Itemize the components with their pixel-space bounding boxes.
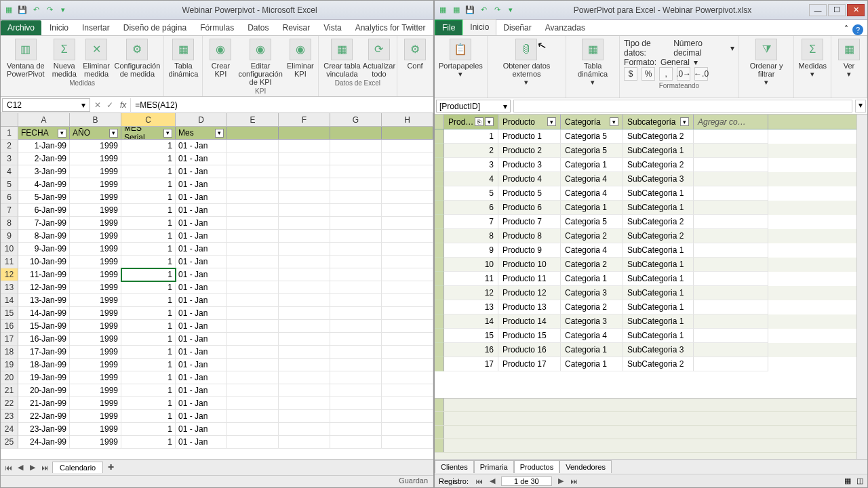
cell[interactable]: 12-Jan-99 [18,281,70,294]
btn-conf[interactable]: ⚙Conf [401,39,429,70]
cell[interactable] [330,178,382,191]
cell[interactable]: 1999 [70,243,121,256]
cell[interactable]: 1 [121,140,176,152]
sheet-nav-next-icon[interactable]: ▶ [28,463,37,472]
cell[interactable]: 1 [121,165,176,178]
col-header-B[interactable]: B [70,113,121,126]
cell[interactable]: 16-Jan-99 [18,333,70,346]
minimize-button[interactable]: — [809,4,827,16]
btn-delete-measure[interactable]: ✕Eliminar medida [82,39,111,78]
cell[interactable]: Categoria 4 [561,172,623,186]
row-header[interactable]: 5 [1,178,18,191]
cell[interactable] [279,140,330,152]
cell[interactable]: SubCategoria 2 [623,215,694,229]
row-header[interactable]: 12 [1,268,18,281]
cell[interactable]: 1 [121,217,176,230]
cell[interactable]: SubCategoria 2 [623,229,694,243]
cell[interactable] [279,307,330,320]
cell[interactable]: SubCategoria 1 [623,144,694,158]
chevron-down-icon[interactable]: ▾ [730,43,734,53]
cell[interactable]: 1 [121,178,176,191]
cell[interactable]: Categoria 1 [561,272,623,286]
cell[interactable]: 1999 [70,410,121,423]
cell[interactable] [227,204,279,217]
cell[interactable] [330,436,382,449]
cancel-icon[interactable]: ✕ [92,100,104,110]
cell[interactable] [279,436,330,449]
cell[interactable] [330,217,382,230]
cell[interactable] [227,191,279,204]
help-icon[interactable]: ? [852,24,863,35]
btn-new-measure[interactable]: ΣNueva medida [51,39,78,78]
row-selector[interactable] [435,272,444,286]
pp-measure-grid[interactable] [435,398,856,459]
cell[interactable]: 1 [121,333,176,346]
insert-sheet-icon[interactable]: ✚ [106,463,115,472]
cell[interactable] [694,357,768,371]
cell[interactable] [227,423,279,436]
row-selector[interactable] [435,229,444,243]
cell[interactable]: 1999 [70,230,121,243]
save-icon[interactable]: 💾 [465,5,475,16]
cell[interactable] [330,204,382,217]
row-selector[interactable] [435,258,444,272]
cell[interactable] [694,215,768,229]
fx-icon[interactable]: fx [116,100,130,110]
sheet-tab-clientes[interactable]: Clientes [435,460,474,473]
cell[interactable] [279,268,330,281]
cell[interactable] [382,191,433,204]
cell[interactable] [279,281,330,294]
cell[interactable] [227,217,279,230]
row-header[interactable]: 21 [1,384,18,397]
cell[interactable]: 01 - Jan [176,410,227,423]
cell[interactable] [279,371,330,384]
row-selector[interactable] [435,357,444,371]
cell[interactable] [330,243,382,256]
sheet-nav-prev-icon[interactable]: ◀ [16,463,25,472]
sheet-nav-first-icon[interactable]: ⏮ [3,464,13,472]
cell[interactable]: SubCategoria 2 [623,129,694,144]
cell[interactable]: 19-Jan-99 [18,371,70,384]
first-record-icon[interactable]: ⏮ [474,477,484,485]
cell[interactable]: 21-Jan-99 [18,397,70,410]
cell[interactable] [330,165,382,178]
cell[interactable] [227,230,279,243]
filter-icon[interactable]: ▾ [485,117,494,126]
cell[interactable] [330,320,382,333]
cell[interactable]: 1 [121,256,176,268]
cell[interactable]: 22-Jan-99 [18,410,70,423]
tab-inicio[interactable]: Inicio [462,19,496,35]
cell[interactable]: 7-Jan-99 [18,217,70,230]
cell[interactable]: SubCategoria 1 [623,258,694,272]
cell[interactable] [330,268,382,281]
cell[interactable]: 15-Jan-99 [18,320,70,333]
cell[interactable]: Producto 17 [498,357,561,371]
cell[interactable] [330,346,382,359]
cell[interactable]: 13-Jan-99 [18,294,70,307]
filter-icon[interactable]: ▾ [109,129,118,138]
cell[interactable] [227,384,279,397]
cell[interactable]: Producto 12 [498,286,561,300]
cell[interactable]: 1999 [70,281,121,294]
cell[interactable]: 01 - Jan [176,371,227,384]
col-categoria[interactable]: Categoría▾ [561,115,623,129]
cell[interactable]: 1 [121,320,176,333]
cell[interactable] [382,204,433,217]
btn-measure-config[interactable]: ⚙Configuración de medida [115,39,159,78]
row-selector[interactable] [435,129,444,144]
cell[interactable] [227,320,279,333]
btn-sort-filter[interactable]: ⧩Ordenar y filtrar▾ [743,39,790,86]
cell[interactable]: 6 [444,201,498,215]
chevron-down-icon[interactable]: ▾ [81,100,85,110]
cell[interactable] [227,140,279,152]
row-header[interactable]: 18 [1,346,18,359]
cell[interactable] [382,152,433,165]
cell[interactable]: 13 [444,300,498,314]
btn-pivot-table[interactable]: ▦Tabla dinámica▾ [570,39,615,86]
save-icon[interactable]: 💾 [17,5,28,16]
row-header[interactable]: 13 [1,281,18,294]
cell[interactable]: 01 - Jan [176,268,227,281]
cell[interactable] [382,320,433,333]
cell[interactable]: Categoria 2 [561,300,623,314]
cell[interactable] [227,436,279,449]
